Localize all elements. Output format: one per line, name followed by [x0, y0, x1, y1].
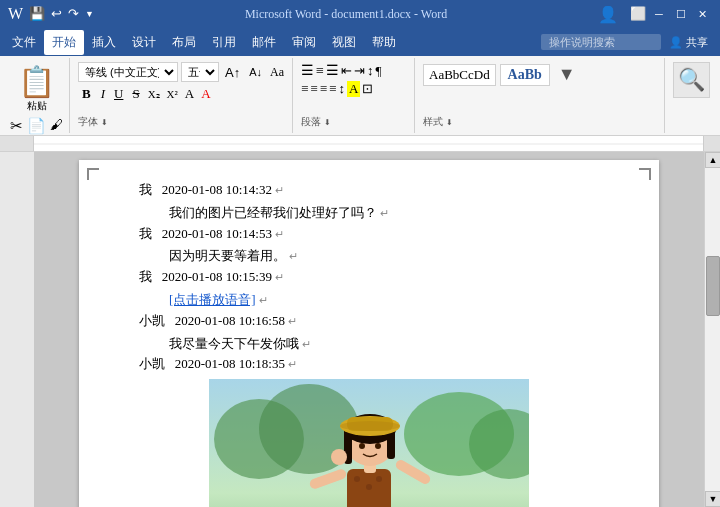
help-search-input[interactable] [541, 34, 661, 50]
increase-indent-button[interactable]: ⇥ [354, 63, 365, 79]
svg-point-19 [376, 476, 382, 482]
chat-line-5: 小凯 2020-01-08 10:18:35 ↵ [139, 354, 599, 375]
para-mark-2: ↵ [275, 228, 284, 240]
text-highlight-button[interactable]: A [183, 85, 196, 103]
undo-icon[interactable]: ↩ [51, 6, 62, 22]
styles-section: AaBbCcDd AaBb ▼ 样式 ⬇ [417, 58, 665, 133]
para-mark-1: ↵ [275, 184, 284, 196]
font-size-select[interactable]: 五号 [181, 62, 219, 82]
scroll-thumb[interactable] [706, 256, 720, 316]
speaker-label-1: 我 [139, 182, 152, 197]
window-controls: 👤 ⬜ ─ ☐ ✕ [598, 5, 712, 24]
numbering-button[interactable]: ≡ [316, 63, 324, 79]
bold-button[interactable]: B [78, 84, 95, 104]
menu-review[interactable]: 审阅 [284, 30, 324, 55]
menu-help[interactable]: 帮助 [364, 30, 404, 55]
font-section-label: 字体 ⬇ [78, 115, 286, 129]
photo-image: 河南龙网 [209, 379, 529, 507]
multilevel-list-button[interactable]: ☰ [326, 62, 339, 79]
vertical-scrollbar[interactable]: ▲ ▼ [704, 152, 720, 507]
change-case-button[interactable]: Aa [268, 64, 286, 81]
audio-link[interactable]: [点击播放语音] [169, 292, 256, 307]
close-button[interactable]: ✕ [694, 5, 712, 23]
scroll-gap-top [705, 168, 720, 254]
format-painter-button[interactable]: 🖌 [50, 117, 63, 135]
vertical-ruler [0, 152, 34, 507]
font-color-button[interactable]: A [199, 85, 212, 103]
cut-button[interactable]: ✂ [10, 117, 23, 135]
svg-point-17 [354, 476, 360, 482]
svg-point-27 [340, 421, 400, 431]
styles-section-label: 样式 ⬇ [423, 115, 658, 129]
clipboard-sub-buttons: ✂ 📄 🖌 [10, 117, 63, 135]
menu-layout[interactable]: 布局 [164, 30, 204, 55]
borders-button[interactable]: ⊡ [362, 81, 373, 97]
ruler-right-margin [704, 136, 720, 151]
menu-view[interactable]: 视图 [324, 30, 364, 55]
timestamp-5: 2020-01-08 10:18:35 [175, 356, 285, 371]
justify-button[interactable]: ≡ [329, 81, 336, 97]
menu-insert[interactable]: 插入 [84, 30, 124, 55]
decrease-indent-button[interactable]: ⇤ [341, 63, 352, 79]
italic-button[interactable]: I [98, 85, 108, 103]
superscript-button[interactable]: X² [165, 87, 180, 101]
align-center-button[interactable]: ≡ [310, 81, 317, 97]
menu-references[interactable]: 引用 [204, 30, 244, 55]
font-name-select[interactable]: 等线 (中文正文) [78, 62, 178, 82]
shading-button[interactable]: A [347, 81, 360, 97]
style-heading1[interactable]: AaBb [500, 64, 550, 86]
decrease-font-size-button[interactable]: A↓ [246, 65, 265, 79]
timestamp-4: 2020-01-08 10:16:58 [175, 313, 285, 328]
find-button[interactable]: 🔍 [673, 62, 710, 98]
increase-font-size-button[interactable]: A↑ [222, 64, 243, 81]
paste-button[interactable]: 📋 粘贴 [14, 62, 59, 115]
document-page: 我 2020-01-08 10:14:32 ↵ 我们的图片已经帮我们处理好了吗？… [79, 160, 659, 507]
timestamp-2: 2020-01-08 10:14:53 [162, 226, 272, 241]
copy-button[interactable]: 📄 [27, 117, 46, 135]
sort-button[interactable]: ↕ [367, 63, 374, 79]
subscript-button[interactable]: X₂ [146, 87, 162, 102]
content-area: 我 2020-01-08 10:14:32 ↵ 我们的图片已经帮我们处理好了吗？… [0, 152, 720, 507]
dropdown-arrow-icon[interactable]: ▼ [85, 9, 94, 19]
svg-point-29 [375, 443, 381, 449]
page-corner-tr [639, 168, 651, 180]
minimize-button[interactable]: ─ [650, 5, 668, 23]
scroll-gap-bottom [705, 318, 720, 491]
document-scroll-area[interactable]: 我 2020-01-08 10:14:32 ↵ 我们的图片已经帮我们处理好了吗？… [34, 152, 704, 507]
line-spacing-button[interactable]: ↕ [338, 81, 345, 97]
align-right-button[interactable]: ≡ [320, 81, 327, 97]
show-formatting-button[interactable]: ¶ [375, 63, 381, 79]
document-title: Microsoft Word - document1.docx - Word [245, 7, 447, 22]
share-button[interactable]: 👤 共享 [661, 32, 716, 53]
paste-label: 粘贴 [27, 99, 47, 113]
para-mark-4: ↵ [288, 315, 297, 327]
redo-icon[interactable]: ↷ [68, 6, 79, 22]
chat-line-2: 我 2020-01-08 10:14:53 ↵ [139, 224, 599, 245]
save-icon[interactable]: 💾 [29, 6, 45, 22]
menu-file[interactable]: 文件 [4, 30, 44, 55]
style-normal[interactable]: AaBbCcDd [423, 64, 496, 86]
chat-line-4: 小凯 2020-01-08 10:16:58 ↵ [139, 311, 599, 332]
timestamp-1: 2020-01-08 10:14:32 [162, 182, 272, 197]
styles-more-button[interactable]: ▼ [554, 62, 580, 87]
svg-point-32 [331, 449, 347, 465]
chat-line-3: 我 2020-01-08 10:15:39 ↵ [139, 267, 599, 288]
bullets-button[interactable]: ☰ [301, 62, 314, 79]
align-left-button[interactable]: ≡ [301, 81, 308, 97]
ruler-area [0, 136, 720, 152]
scroll-up-button[interactable]: ▲ [705, 152, 720, 168]
para-mark-5: ↵ [288, 358, 297, 370]
horizontal-ruler [34, 136, 704, 151]
underline-button[interactable]: U [111, 85, 126, 103]
ribbon-toggle-icon[interactable]: ⬜ [630, 6, 646, 22]
menu-design[interactable]: 设计 [124, 30, 164, 55]
menu-home[interactable]: 开始 [44, 30, 84, 55]
strikethrough-button[interactable]: S [129, 85, 142, 103]
user-account-icon[interactable]: 👤 [598, 5, 618, 24]
menu-mailings[interactable]: 邮件 [244, 30, 284, 55]
paragraph-section: ☰ ≡ ☰ ⇤ ⇥ ↕ ¶ ≡ ≡ ≡ ≡ ↕ A ⊡ 段落 ⬇ [295, 58, 415, 133]
chat-message-4: 我尽量今天下午发你哦 ↵ [169, 334, 599, 355]
arrow-mark-4: ↵ [302, 338, 311, 350]
maximize-button[interactable]: ☐ [672, 5, 690, 23]
scroll-down-button[interactable]: ▼ [705, 491, 720, 507]
